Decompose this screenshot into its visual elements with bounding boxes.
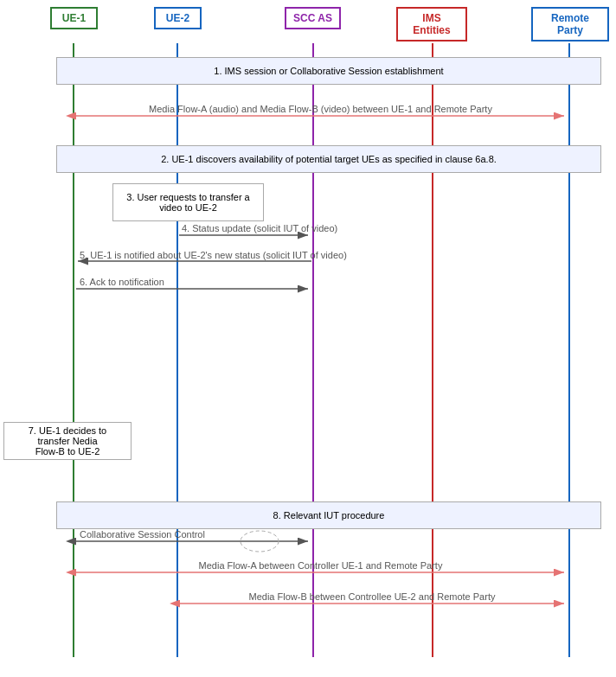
sequence-diagram: UE-1 UE-2 SCC AS IMS Entities Remote Par… (0, 0, 616, 677)
actor-rp: Remote Party (531, 7, 609, 42)
label-6: 6. Ack to notification (80, 277, 164, 287)
msg-box-1: 1. IMS session or Collaborative Session … (56, 57, 601, 85)
diagram-svg (0, 0, 616, 677)
label-media-ab: Media Flow-A (audio) and Media Flow-B (v… (76, 104, 565, 114)
label-csc: Collaborative Session Control (80, 529, 205, 540)
label-media-a: Media Flow-A between Controller UE-1 and… (76, 560, 565, 571)
actor-scc: SCC AS (285, 7, 341, 29)
svg-point-14 (241, 531, 279, 552)
msg-box-8: 8. Relevant IUT procedure (56, 501, 601, 529)
actor-ue1: UE-1 (50, 7, 98, 29)
note-box-7: 7. UE-1 decides to transfer Nedia Flow-B… (3, 422, 132, 460)
actor-ue2: UE-2 (154, 7, 202, 29)
msg-box-2: 2. UE-1 discovers availability of potent… (56, 145, 601, 173)
note-box-3: 3. User requests to transfer a video to … (112, 183, 264, 221)
actor-ims: IMS Entities (396, 7, 467, 42)
label-4: 4. Status update (solicit IUT of video) (182, 223, 337, 233)
label-5: 5. UE-1 is notified about UE-2's new sta… (80, 250, 347, 260)
label-media-b: Media Flow-B between Controllee UE-2 and… (182, 591, 562, 602)
